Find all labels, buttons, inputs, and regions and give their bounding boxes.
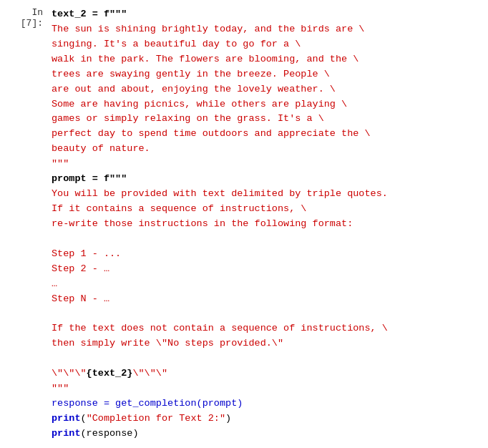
code-line: beauty of nature. — [52, 142, 482, 157]
code-line: Some are having picnics, while others ar… — [52, 97, 482, 112]
code-line — [52, 351, 482, 366]
code-line: games or simply relaxing on the grass. I… — [52, 112, 482, 127]
code-line: then simply write \"No steps provided.\" — [52, 336, 482, 351]
code-line — [52, 306, 482, 321]
code-line: If it contains a sequence of instruction… — [52, 202, 482, 217]
code-line: … — [52, 277, 482, 292]
code-line: The sun is shining brightly today, and t… — [52, 22, 482, 37]
code-line: Step 2 - … — [52, 262, 482, 277]
code-line: singing. It's a beautiful day to go for … — [52, 37, 482, 52]
code-line: Step 1 - ... — [52, 247, 482, 262]
code-line: """ — [52, 381, 482, 396]
code-line: print(response) — [52, 427, 482, 442]
code-line: are out and about, enjoying the lovely w… — [52, 82, 482, 97]
notebook-cell: In [7]: text_2 = f"""The sun is shining … — [0, 0, 488, 448]
code-line: You will be provided with text delimited… — [52, 187, 482, 202]
cell-label: In [7]: — [0, 4, 49, 444]
code-line: prompt = f""" — [52, 172, 482, 187]
code-line: Step N - … — [52, 292, 482, 307]
code-line: trees are swaying gently in the breeze. … — [52, 67, 482, 82]
code-line: perfect day to spend time outdoors and a… — [52, 127, 482, 142]
code-line: \"\"\"{text_2}\"\"\" — [52, 366, 482, 381]
cell-content: text_2 = f"""The sun is shining brightly… — [49, 4, 488, 444]
code-line: walk in the park. The flowers are bloomi… — [52, 52, 482, 67]
code-line: response = get_completion(prompt) — [52, 396, 482, 412]
code-line: text_2 = f""" — [52, 7, 482, 22]
code-line: print("Completion for Text 2:") — [52, 412, 482, 427]
code-line — [52, 232, 482, 247]
code-line: If the text does not contain a sequence … — [52, 321, 482, 336]
code-line: """ — [52, 157, 482, 172]
code-line: re-write those instructions in the follo… — [52, 217, 482, 232]
